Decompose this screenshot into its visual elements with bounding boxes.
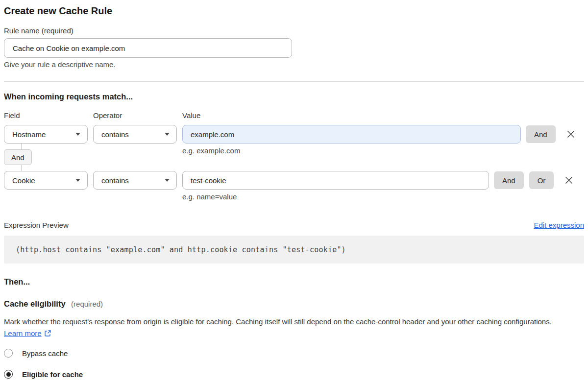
remove-condition-1-button[interactable] [566,129,576,139]
rule-name-label: Rule name (required) [4,26,584,35]
operator-select-1-value: contains [101,130,129,139]
value-column-label: Value [182,111,584,120]
match-heading: When incoming requests match... [4,92,584,101]
cache-eligibility-title: Cache eligibility [4,299,66,308]
field-select-2[interactable]: Cookie [4,171,88,190]
radio-selected-icon [4,370,13,379]
value-input-1[interactable] [182,125,521,144]
value-hint-1: e.g. example.com [182,146,240,155]
chevron-down-icon [75,179,80,182]
description-text: Mark whether the request’s response from… [4,317,552,326]
radio-label: Eligible for cache [22,370,83,379]
edit-expression-link[interactable]: Edit expression [534,221,584,229]
field-column-label: Field [4,111,93,120]
chevron-down-icon [75,133,80,136]
and-button-row-2[interactable]: And [494,171,524,189]
and-button-row-1[interactable]: And [526,125,556,143]
value-input-2[interactable] [182,171,489,190]
rule-name-input[interactable] [4,38,292,58]
page-title: Create new Cache Rule [4,4,584,18]
remove-condition-2-button[interactable] [564,175,574,185]
radio-dot [6,372,11,377]
rule-name-helper: Give your rule a descriptive name. [4,60,584,69]
condition-column-labels: Field Operator Value [4,111,584,120]
cache-eligibility-heading: Cache eligibility (required) [4,299,584,309]
field-select-1[interactable]: Hostname [4,125,88,144]
chevron-down-icon [165,179,170,182]
expression-header: Expression Preview Edit expression [4,221,584,230]
operator-select-2[interactable]: contains [93,171,177,190]
radio-unselected-icon [4,349,13,358]
cache-eligibility-description: Mark whether the request’s response from… [4,316,568,340]
and-connector-toggle[interactable]: And [4,149,32,165]
condition-connector-area: e.g. example.com And [4,144,584,171]
close-icon [566,130,575,139]
expression-preview-box: (http.host contains "example.com" and ht… [4,236,584,264]
required-note: (required) [71,300,103,308]
radio-option-bypass-cache[interactable]: Bypass cache [4,349,584,358]
external-link-icon [44,329,51,340]
radio-option-eligible-for-cache[interactable]: Eligible for cache [4,370,584,379]
create-cache-rule-page: Create new Cache Rule Rule name (require… [0,0,588,379]
field-select-1-value: Hostname [12,130,46,139]
condition-row-2: Cookie contains And Or [4,171,584,190]
value-hint-2: e.g. name=value [182,192,584,201]
expression-code: (http.host contains "example.com" and ht… [16,245,346,254]
operator-select-1[interactable]: contains [93,125,177,144]
close-icon [564,176,573,185]
operator-column-label: Operator [93,111,182,120]
chevron-down-icon [165,133,170,136]
field-select-2-value: Cookie [12,176,35,185]
expression-preview-label: Expression Preview [4,221,69,230]
radio-label: Bypass cache [22,349,68,358]
or-button-row-2[interactable]: Or [529,171,554,189]
operator-select-2-value: contains [101,176,129,185]
learn-more-link[interactable]: Learn more [4,329,42,337]
then-heading: Then... [4,277,584,287]
section-divider [4,81,584,82]
condition-row-1: Hostname contains And [4,125,584,144]
